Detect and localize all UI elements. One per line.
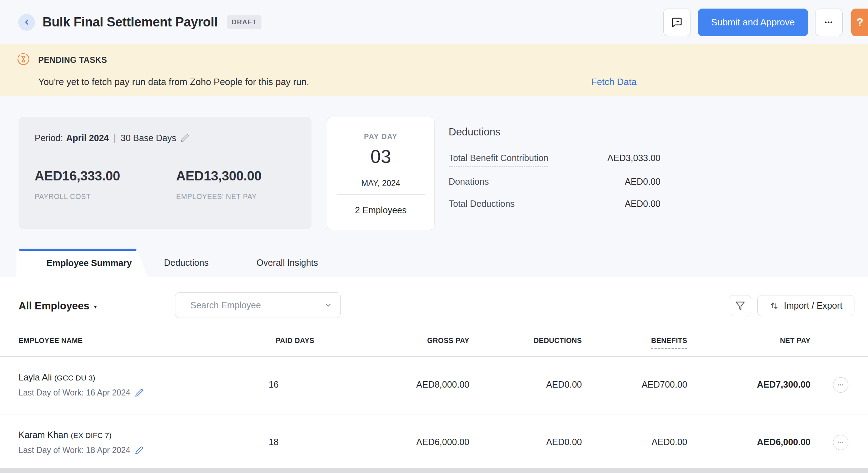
base-days: 30 Base Days <box>121 133 176 143</box>
deductions-title: Deductions <box>449 126 660 138</box>
banner-message: You're yet to fetch pay run data from Zo… <box>38 76 309 88</box>
filter-button[interactable] <box>729 295 751 316</box>
table-row: Karam Khan (EX DIFC 7) Last Day of Work:… <box>0 414 868 472</box>
paid-days-cell: 16 <box>269 379 279 390</box>
deduction-row: Donations AED0.00 <box>449 176 660 187</box>
tab-overall-insights[interactable]: Overall Insights <box>256 248 318 277</box>
period-summary-card: Period: April 2024 | 30 Base Days AED16,… <box>19 117 311 229</box>
deduction-row: Total Benefit Contribution AED3,033.00 <box>449 153 660 166</box>
pending-tasks-banner: PENDING TASKS You're yet to fetch pay ru… <box>0 44 868 96</box>
ellipsis-icon: ••• <box>838 383 844 388</box>
payroll-cost-label: PAYROLL COST <box>35 193 120 201</box>
hourglass-icon <box>17 53 30 66</box>
payroll-cost-value: AED16,333.00 <box>35 169 120 183</box>
employee-filter-label: All Employees <box>19 300 89 312</box>
table-row: Layla Ali (GCC DU 3) Last Day of Work: 1… <box>0 357 868 414</box>
import-export-icon <box>769 301 779 311</box>
deduction-label: Donations <box>449 176 489 187</box>
payday-month: MAY, 2024 <box>327 179 434 188</box>
last-day-text: Last Day of Work: 16 Apr 2024 <box>19 388 130 398</box>
question-mark-icon: ? <box>857 16 863 29</box>
deduction-value: AED0.00 <box>625 176 660 187</box>
chevron-down-icon <box>324 301 333 309</box>
gross-pay-cell: AED8,000.00 <box>416 379 469 390</box>
last-day-of-work: Last Day of Work: 16 Apr 2024 <box>19 388 143 398</box>
payday-label: PAY DAY <box>327 133 434 141</box>
deduction-value: AED3,033.00 <box>607 153 660 163</box>
table-header: EMPLOYEE NAME PAID DAYS GROSS PAY DEDUCT… <box>0 334 868 356</box>
fetch-data-link[interactable]: Fetch Data <box>591 76 637 88</box>
funnel-icon <box>735 301 745 311</box>
period-value: April 2024 <box>66 133 109 143</box>
net-pay-cell: AED6,000.00 <box>757 437 810 447</box>
comment-icon <box>671 17 683 28</box>
tab-label: Employee Summary <box>46 258 132 268</box>
deductions-cell: AED0.00 <box>546 379 582 390</box>
chevron-left-icon <box>23 18 31 26</box>
import-export-label: Import / Export <box>784 300 843 311</box>
header-actions: Submit and Approve ••• <box>663 9 843 36</box>
benefits-cell: AED0.00 <box>652 437 687 447</box>
column-gross-pay: GROSS PAY <box>427 337 469 345</box>
row-menu-button[interactable]: ••• <box>833 435 848 450</box>
gross-pay-cell: AED6,000.00 <box>416 437 469 447</box>
employee-name: Karam Khan (EX DIFC 7) <box>19 430 111 440</box>
last-day-of-work: Last Day of Work: 18 Apr 2024 <box>19 445 143 455</box>
period-separator: | <box>114 133 116 144</box>
tab-employee-summary[interactable]: Employee Summary <box>16 249 148 277</box>
period-label: Period: <box>35 133 63 143</box>
more-options-button[interactable]: ••• <box>815 9 843 36</box>
net-pay-label: EMPLOYEES' NET PAY <box>176 193 261 201</box>
submit-approve-button[interactable]: Submit and Approve <box>698 9 808 36</box>
row-menu-button[interactable]: ••• <box>833 377 848 393</box>
payroll-page: Bulk Final Settlement Payroll DRAFT Subm… <box>0 0 868 473</box>
employee-code: (EX DIFC 7) <box>71 431 111 439</box>
net-pay-block: AED13,300.00 EMPLOYEES' NET PAY <box>176 169 261 201</box>
tab-bar: Employee Summary Deductions Overall Insi… <box>0 248 868 277</box>
deduction-label: Total Deductions <box>449 199 515 209</box>
more-options-icon: ••• <box>825 19 833 26</box>
ellipsis-icon: ••• <box>838 440 844 445</box>
net-pay-value: AED13,300.00 <box>176 169 261 183</box>
edit-last-day-icon[interactable] <box>135 446 143 454</box>
deductions-cell: AED0.00 <box>546 437 582 447</box>
column-paid-days: PAID DAYS <box>276 337 314 345</box>
employee-code: (GCC DU 3) <box>54 374 95 382</box>
caret-down-icon: ▾ <box>94 302 97 310</box>
tab-deductions[interactable]: Deductions <box>164 248 209 277</box>
import-export-button[interactable]: Import / Export <box>757 295 854 316</box>
search-employee-input[interactable] <box>190 300 324 311</box>
employee-name: Layla Ali (GCC DU 3) <box>19 372 95 383</box>
edit-last-day-icon[interactable] <box>135 389 143 397</box>
tab-label: Overall Insights <box>256 258 318 268</box>
page-title: Bulk Final Settlement Payroll <box>43 15 218 30</box>
paid-days-cell: 18 <box>269 437 279 447</box>
page-header: Bulk Final Settlement Payroll DRAFT Subm… <box>0 0 868 44</box>
payday-employee-count: 2 Employees <box>327 205 434 215</box>
period-line: Period: April 2024 | 30 Base Days <box>35 133 189 144</box>
employee-name-text: Layla Ali <box>19 372 52 382</box>
status-badge: DRAFT <box>227 15 261 29</box>
last-day-text: Last Day of Work: 18 Apr 2024 <box>19 445 130 455</box>
edit-period-icon[interactable] <box>180 134 189 143</box>
back-button[interactable] <box>18 14 35 31</box>
column-employee-name: EMPLOYEE NAME <box>19 337 83 345</box>
payday-day: 03 <box>327 146 434 167</box>
employee-filter-dropdown[interactable]: All Employees ▾ <box>19 300 97 312</box>
comments-button[interactable] <box>663 9 691 36</box>
column-net-pay: NET PAY <box>780 337 810 345</box>
employee-name-text: Karam Khan <box>19 430 68 440</box>
tab-label: Deductions <box>164 258 209 268</box>
benefits-cell: AED700.00 <box>642 379 687 390</box>
deductions-summary: Deductions Total Benefit Contribution AE… <box>449 126 660 138</box>
deduction-row: Total Deductions AED0.00 <box>449 199 660 209</box>
search-employee-box <box>175 292 341 318</box>
help-button[interactable]: ? <box>851 9 868 36</box>
deduction-value: AED0.00 <box>625 199 660 209</box>
column-benefits: BENEFITS <box>651 337 687 349</box>
net-pay-cell: AED7,300.00 <box>757 379 810 390</box>
payday-card: PAY DAY 03 MAY, 2024 2 Employees <box>327 117 435 230</box>
payday-divider <box>337 194 425 195</box>
column-deductions: DEDUCTIONS <box>534 337 582 345</box>
horizontal-scrollbar[interactable] <box>0 468 868 473</box>
